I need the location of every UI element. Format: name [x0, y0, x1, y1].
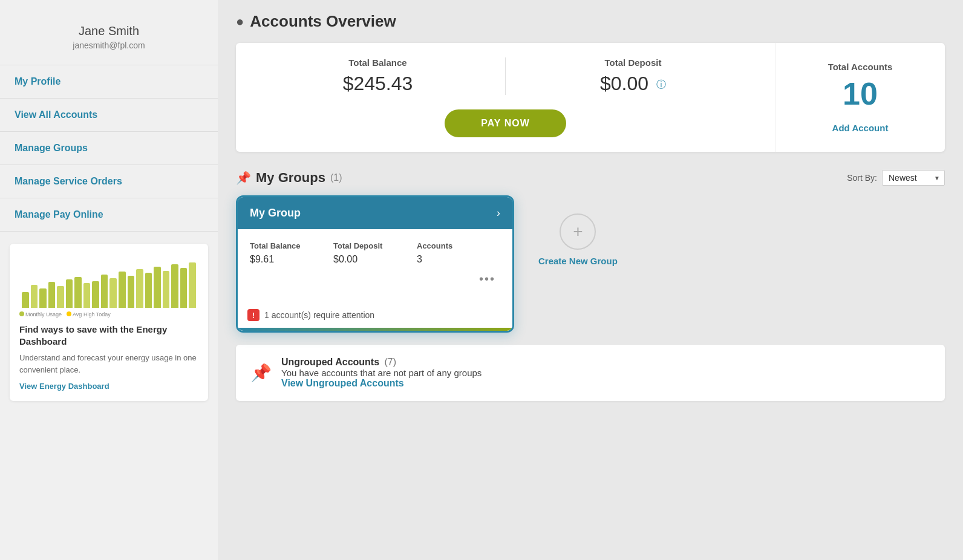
sidebar-item-manage-groups[interactable]: Manage Groups: [0, 132, 218, 165]
ungrouped-description: You have accounts that are not part of a…: [281, 368, 482, 378]
ungrouped-accounts-card: 📌 Ungrouped Accounts (7) You have accoun…: [236, 345, 945, 401]
warning-icon: !: [247, 309, 260, 321]
deposit-help-icon[interactable]: ⓘ: [656, 79, 666, 90]
total-accounts-value: 10: [843, 77, 878, 111]
accounts-overview-card: Total Balance $245.43 Total Deposit $0.0…: [236, 43, 945, 152]
overview-stats: Total Balance $245.43 Total Deposit $0.0…: [250, 57, 760, 95]
group-card-more-options[interactable]: •••: [250, 265, 500, 291]
energy-chart: [19, 253, 198, 308]
sidebar-nav: My Profile View All Accounts Manage Grou…: [0, 65, 218, 232]
sidebar-item-my-profile[interactable]: My Profile: [0, 65, 218, 99]
group-card-chevron-icon: ›: [497, 207, 500, 220]
chart-legend: Monthly Usage Avg High Today: [19, 311, 198, 317]
sidebar-item-manage-service-orders[interactable]: Manage Service Orders: [0, 165, 218, 198]
group-card-body: Total Balance $9.61 Total Deposit $0.00 …: [238, 229, 512, 303]
total-deposit-stat: Total Deposit $0.00 ⓘ: [505, 57, 760, 95]
sort-label: Sort By:: [847, 173, 877, 183]
sidebar-item-view-all-accounts[interactable]: View All Accounts: [0, 99, 218, 132]
group-deposit-label: Total Deposit: [333, 241, 417, 250]
create-new-group-link[interactable]: Create New Group: [538, 256, 618, 266]
warning-text: 1 account(s) require attention: [264, 310, 374, 320]
group-balance-label: Total Balance: [250, 241, 333, 250]
sidebar: Jane Smith janesmith@fpl.com My Profile …: [0, 0, 218, 560]
ungrouped-count: (7): [385, 357, 397, 367]
accounts-overview-header: ● Accounts Overview: [236, 12, 945, 31]
sidebar-item-manage-pay-online[interactable]: Manage Pay Online: [0, 198, 218, 232]
group-accounts-value: 3: [417, 254, 500, 265]
total-balance-stat: Total Balance $245.43: [250, 57, 505, 95]
ungrouped-title: Ungrouped Accounts: [281, 357, 379, 367]
total-balance-label: Total Balance: [263, 57, 493, 68]
group-deposit-value: $0.00: [333, 254, 417, 265]
main-content: ● Accounts Overview Total Balance $245.4…: [218, 0, 963, 560]
group-accounts: Accounts 3: [417, 241, 500, 265]
total-deposit-value: $0.00 ⓘ: [518, 73, 748, 95]
my-groups-title: 📌 My Groups (1): [236, 170, 342, 186]
total-accounts-label: Total Accounts: [828, 62, 893, 72]
promo-description: Understand and forecast your energy usag…: [19, 352, 198, 376]
total-deposit-label: Total Deposit: [518, 57, 748, 68]
accounts-overview-title: Accounts Overview: [250, 12, 396, 31]
ungrouped-text: Ungrouped Accounts (7) You have accounts…: [281, 357, 482, 389]
view-energy-dashboard-link[interactable]: View Energy Dashboard: [19, 382, 109, 391]
group-card-header[interactable]: My Group ›: [238, 197, 512, 229]
groups-grid: My Group › Total Balance $9.61 Total Dep…: [236, 195, 945, 333]
create-group-area: + Create New Group: [526, 195, 630, 284]
sort-select[interactable]: Newest Oldest Name A-Z Name Z-A: [882, 170, 945, 186]
user-name: Jane Smith: [12, 24, 206, 38]
group-card-name: My Group: [250, 207, 301, 220]
sort-by-area: Sort By: Newest Oldest Name A-Z Name Z-A: [847, 170, 945, 186]
group-balance-value: $9.61: [250, 254, 333, 265]
group-card-warning: ! 1 account(s) require attention: [238, 303, 512, 331]
groups-count: (1): [330, 172, 342, 183]
total-balance-value: $245.43: [263, 73, 493, 95]
create-group-icon[interactable]: +: [560, 213, 596, 250]
groups-icon: 📌: [236, 171, 251, 185]
sidebar-promo: Monthly Usage Avg High Today Find ways t…: [10, 244, 208, 401]
ungrouped-icon: 📌: [250, 363, 272, 383]
promo-title: Find ways to save with the Energy Dashbo…: [19, 324, 198, 347]
view-ungrouped-link[interactable]: View Ungrouped Accounts: [281, 378, 404, 388]
add-account-link[interactable]: Add Account: [832, 123, 889, 133]
group-total-balance: Total Balance $9.61: [250, 241, 333, 265]
my-groups-header: 📌 My Groups (1) Sort By: Newest Oldest N…: [236, 170, 945, 186]
overview-left-panel: Total Balance $245.43 Total Deposit $0.0…: [236, 43, 775, 152]
group-accounts-label: Accounts: [417, 241, 500, 250]
accounts-overview-icon: ●: [236, 14, 244, 30]
group-card-my-group[interactable]: My Group › Total Balance $9.61 Total Dep…: [236, 195, 514, 333]
group-stats-row: Total Balance $9.61 Total Deposit $0.00 …: [250, 241, 500, 265]
sort-select-wrapper[interactable]: Newest Oldest Name A-Z Name Z-A: [882, 170, 945, 186]
user-email: janesmith@fpl.com: [12, 41, 206, 50]
group-total-deposit: Total Deposit $0.00: [333, 241, 417, 265]
pay-now-button[interactable]: PAY NOW: [445, 109, 566, 137]
sidebar-user-info: Jane Smith janesmith@fpl.com: [0, 12, 218, 65]
overview-right-panel: Total Accounts 10 Add Account: [775, 43, 945, 152]
